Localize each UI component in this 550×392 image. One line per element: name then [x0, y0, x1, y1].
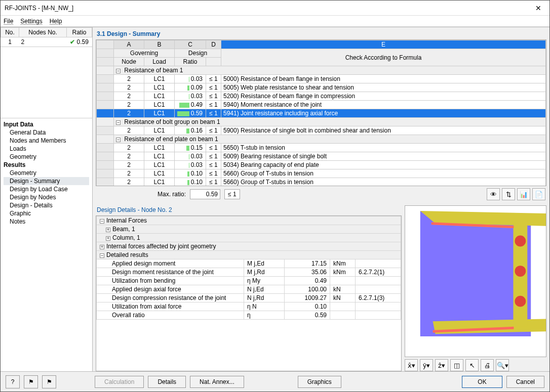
window-title: RF-JOINTS - [M-N_NW_]: [5, 5, 73, 12]
titlebar: RF-JOINTS - [M-N_NW_] ✕: [1, 1, 549, 16]
tree-graphic[interactable]: Graphic: [4, 209, 89, 217]
tree-input-data[interactable]: Input Data: [4, 120, 89, 128]
view-icon[interactable]: 👁: [487, 188, 500, 200]
cursor-icon[interactable]: ↖: [465, 359, 479, 371]
detail-row[interactable]: Utilization from axial forceη N0.10: [97, 302, 401, 311]
detail-row[interactable]: Overall ratioη0.59: [97, 311, 401, 320]
footer: ? ⚑ ⚑ Calculation Details Nat. Annex... …: [1, 371, 549, 391]
grid-row[interactable]: 2LC10.59≤ 15941) Joint resistance includ…: [97, 109, 546, 118]
check-icon: ✔: [70, 38, 75, 46]
svg-point-4: [515, 236, 526, 247]
grid-row[interactable]: 2LC10.15≤ 15650) T-stub in tension: [97, 144, 546, 152]
max-ratio-input[interactable]: [190, 189, 220, 199]
max-ratio-le: ≤ 1: [224, 189, 240, 199]
grid-row[interactable]: 2LC10.09≤ 15005) Web plate resistance to…: [97, 83, 546, 92]
col-no[interactable]: No.: [1, 28, 19, 37]
grid-row[interactable]: 2LC10.10≤ 15660) Group of T-stubs in ten…: [97, 178, 546, 187]
grid-row[interactable]: 2LC10.03≤ 15009) Bearing resistance of s…: [97, 152, 546, 161]
tree-geometry[interactable]: Geometry: [4, 153, 89, 161]
tree-general-data[interactable]: General Data: [4, 128, 89, 137]
tree-design-details[interactable]: Design - Details: [4, 201, 89, 209]
cancel-button[interactable]: Cancel: [506, 376, 544, 388]
svg-point-6: [515, 296, 526, 307]
grid-row[interactable]: 2LC10.10≤ 15660) Group of T-stubs in ten…: [97, 169, 546, 178]
detail-row[interactable]: Utilization from bendingη My0.49: [97, 277, 401, 285]
expand-icon[interactable]: +: [106, 236, 110, 241]
ok-button[interactable]: OK: [462, 376, 502, 388]
tree-design-lc[interactable]: Design by Load Case: [4, 185, 89, 193]
detail-row[interactable]: Design moment resistance of the jointM j…: [97, 268, 401, 277]
details-title: Design Details - Node No. 2: [96, 205, 402, 215]
help-icon[interactable]: ?: [6, 375, 20, 388]
graphics-button[interactable]: Graphics: [298, 376, 341, 388]
collapse-icon[interactable]: −: [100, 219, 104, 224]
calculation-button[interactable]: Calculation: [95, 376, 144, 388]
col-nodes-no[interactable]: Nodes No.: [19, 28, 67, 37]
tree-notes[interactable]: Notes: [4, 217, 89, 226]
section-title: 3.1 Design - Summary: [96, 29, 546, 39]
nodes-row[interactable]: 1 2 ✔ 0.59: [1, 37, 92, 47]
menu-file[interactable]: File: [4, 18, 13, 25]
tree-nodes-members[interactable]: Nodes and Members: [4, 137, 89, 145]
print-icon[interactable]: 🖨: [481, 359, 494, 371]
nat-annex-button[interactable]: Nat. Annex...: [190, 376, 244, 388]
expand-icon[interactable]: +: [100, 245, 104, 249]
detail-row[interactable]: Applied design axial forceN j,Ed100.00kN: [97, 285, 401, 294]
grid-row[interactable]: 2LC10.03≤ 15034) Bearing capacity of end…: [97, 161, 546, 169]
details-grid[interactable]: −Internal Forces +Beam, 1 +Column, 1 +In…: [96, 215, 402, 371]
detail-row[interactable]: Design compression resistance of the joi…: [97, 294, 401, 302]
grid-row[interactable]: 2LC10.16≤ 15900) Resistance of single bo…: [97, 126, 546, 135]
menubar: File Settings Help: [1, 16, 549, 27]
flag2-icon[interactable]: ⚑: [42, 375, 56, 388]
close-icon[interactable]: ✕: [531, 4, 545, 12]
menu-help[interactable]: Help: [50, 18, 62, 25]
menu-settings[interactable]: Settings: [20, 18, 42, 25]
details-button[interactable]: Details: [148, 376, 186, 388]
col-ratio[interactable]: Ratio: [67, 28, 92, 37]
tree-design-nodes[interactable]: Design by Nodes: [4, 193, 89, 201]
nav-tree: Input Data General Data Nodes and Member…: [1, 118, 92, 371]
max-ratio-row: Max. ratio: ≤ 1 👁 ⇅ 📊 📄: [96, 186, 546, 202]
3d-preview[interactable]: [405, 205, 546, 357]
tree-loads[interactable]: Loads: [4, 145, 89, 153]
iso-icon[interactable]: ◫: [450, 359, 463, 371]
nodes-table: No. Nodes No. Ratio 1 2 ✔ 0.59: [1, 27, 92, 47]
collapse-icon[interactable]: −: [100, 253, 104, 258]
expand-icon[interactable]: +: [106, 228, 110, 232]
chart-icon[interactable]: 📊: [517, 188, 530, 200]
summary-grid[interactable]: A B C D E Governing Design Check Accordi…: [96, 39, 546, 186]
flag1-icon[interactable]: ⚑: [24, 375, 38, 388]
axis-y-icon[interactable]: ŷ▾: [420, 359, 433, 371]
tree-results[interactable]: Results: [4, 161, 89, 169]
axis-x-icon[interactable]: x̂▾: [405, 359, 418, 371]
axis-z-icon[interactable]: ẑ▾: [435, 359, 448, 371]
grid-row[interactable]: 2LC10.49≤ 15940) Moment resistance of th…: [97, 101, 546, 109]
tree-design-summary[interactable]: Design - Summary: [4, 177, 89, 185]
detail-row[interactable]: Applied design momentM j,Ed17.15kNm: [97, 259, 401, 268]
zoom-icon[interactable]: 🔍▾: [496, 359, 509, 371]
export-icon[interactable]: 📄: [532, 188, 545, 200]
max-ratio-label: Max. ratio:: [158, 191, 186, 198]
grid-row[interactable]: 2LC10.03≤ 15200) Resistance of beam flan…: [97, 92, 546, 101]
tree-r-geometry[interactable]: Geometry: [4, 169, 89, 177]
left-pane: No. Nodes No. Ratio 1 2 ✔ 0.59 Input Dat…: [1, 27, 93, 371]
svg-point-5: [515, 266, 526, 277]
filter-icon[interactable]: ⇅: [502, 188, 515, 200]
grid-row[interactable]: 2LC10.03≤ 15000) Resistance of beam flan…: [97, 75, 546, 83]
